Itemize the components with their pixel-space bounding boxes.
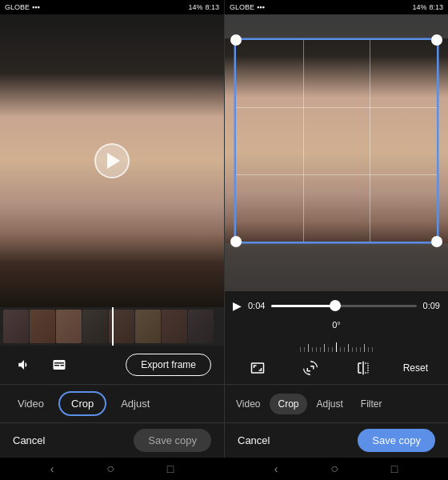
tick <box>324 344 325 352</box>
nav-bar: ‹ ○ □ ‹ ○ □ <box>0 458 448 480</box>
right-status-bar: GLOBE ▪▪▪ 14% 8:13 <box>224 0 448 14</box>
right-play-button[interactable]: ▶ <box>233 299 242 312</box>
aspect-ratio-icon[interactable] <box>245 355 270 381</box>
left-carrier: GLOBE <box>5 3 30 11</box>
filmstrip[interactable] <box>0 307 224 346</box>
left-tab-video[interactable]: Video <box>6 393 55 414</box>
audio-icon[interactable] <box>13 354 35 376</box>
crop-grid-h1 <box>236 107 437 108</box>
right-battery: 14% <box>412 3 426 11</box>
left-back-button[interactable]: ‹ <box>50 462 54 475</box>
right-signal-icon: ▪▪▪ <box>257 3 265 11</box>
rotation-ruler[interactable] <box>300 332 373 352</box>
left-time: 8:13 <box>205 3 219 11</box>
film-frame <box>3 310 29 343</box>
film-frame <box>56 310 82 343</box>
tick <box>348 344 349 352</box>
play-button[interactable] <box>94 143 130 178</box>
right-nav: ‹ ○ □ <box>224 458 448 480</box>
rotation-value: 0° <box>332 320 341 330</box>
left-panel: Export frame Video Crop Adjust Cancel Sa… <box>0 14 224 458</box>
crop-handle-top-left[interactable] <box>230 34 242 46</box>
crop-grid-h2 <box>236 174 437 175</box>
tick-center <box>336 342 337 352</box>
film-frame <box>30 310 55 343</box>
left-save-copy-button[interactable]: Save copy <box>134 429 211 452</box>
current-time: 0:04 <box>248 301 265 310</box>
left-status-bar: GLOBE ▪▪▪ 14% 8:13 <box>0 0 224 14</box>
left-home-button[interactable]: ○ <box>106 462 114 476</box>
rotation-bar: 0° <box>225 320 448 352</box>
left-bottom-controls: Export frame <box>0 346 224 384</box>
crop-outside-top <box>225 14 448 38</box>
film-frame <box>188 310 214 343</box>
right-tab-filter[interactable]: Filter <box>353 394 390 414</box>
right-tab-bar: Video Crop Adjust Filter <box>225 384 448 422</box>
progress-thumb[interactable] <box>330 300 341 311</box>
left-signal-icon: ▪▪▪ <box>32 3 40 11</box>
crop-area[interactable] <box>234 38 438 243</box>
export-frame-button[interactable]: Export frame <box>126 354 211 376</box>
right-carrier: GLOBE <box>230 3 254 11</box>
crop-handle-top-right[interactable] <box>431 34 442 46</box>
right-tab-video[interactable]: Video <box>228 394 268 414</box>
rotate-icon[interactable] <box>298 355 323 381</box>
play-icon <box>107 153 120 169</box>
right-tab-adjust[interactable]: Adjust <box>309 394 351 414</box>
left-tab-adjust[interactable]: Adjust <box>110 393 161 414</box>
crop-grid <box>236 40 437 242</box>
left-cancel-button[interactable]: Cancel <box>13 434 45 446</box>
flip-icon[interactable] <box>350 355 376 381</box>
tick <box>308 344 309 352</box>
film-frame <box>82 310 108 343</box>
left-nav: ‹ ○ □ <box>0 458 224 480</box>
progress-track[interactable] <box>271 305 416 307</box>
left-video-preview[interactable] <box>0 14 224 307</box>
right-cancel-button[interactable]: Cancel <box>238 434 270 446</box>
crop-outside-bottom <box>225 243 448 291</box>
reset-button[interactable]: Reset <box>403 362 428 374</box>
playback-bar: ▶ 0:04 0:09 <box>225 291 448 320</box>
right-back-button[interactable]: ‹ <box>274 462 278 475</box>
progress-fill <box>271 305 335 307</box>
left-battery: 14% <box>188 3 202 11</box>
left-action-bar: Cancel Save copy <box>0 422 224 458</box>
total-time: 0:09 <box>423 301 440 310</box>
filmstrip-cursor <box>112 307 114 346</box>
left-tab-crop[interactable]: Crop <box>58 391 106 416</box>
crop-handle-bottom-right[interactable] <box>431 236 442 247</box>
right-video-preview[interactable] <box>225 14 448 291</box>
film-frame <box>135 310 161 343</box>
right-home-button[interactable]: ○ <box>330 462 338 476</box>
subtitle-icon[interactable] <box>48 354 70 376</box>
film-frame <box>162 310 187 343</box>
right-tab-crop[interactable]: Crop <box>270 394 306 414</box>
right-time: 8:13 <box>429 3 443 11</box>
left-recent-button[interactable]: □ <box>167 462 174 475</box>
left-tab-bar: Video Crop Adjust <box>0 384 224 422</box>
right-action-bar: Cancel Save copy <box>225 422 448 458</box>
right-recent-button[interactable]: □ <box>391 462 398 475</box>
crop-handle-bottom-left[interactable] <box>230 236 242 247</box>
right-save-copy-button[interactable]: Save copy <box>358 429 435 452</box>
crop-tools: Reset <box>225 352 448 384</box>
tick <box>364 344 365 352</box>
right-panel: ▶ 0:04 0:09 0° <box>224 14 448 458</box>
filmstrip-frames <box>3 310 214 343</box>
